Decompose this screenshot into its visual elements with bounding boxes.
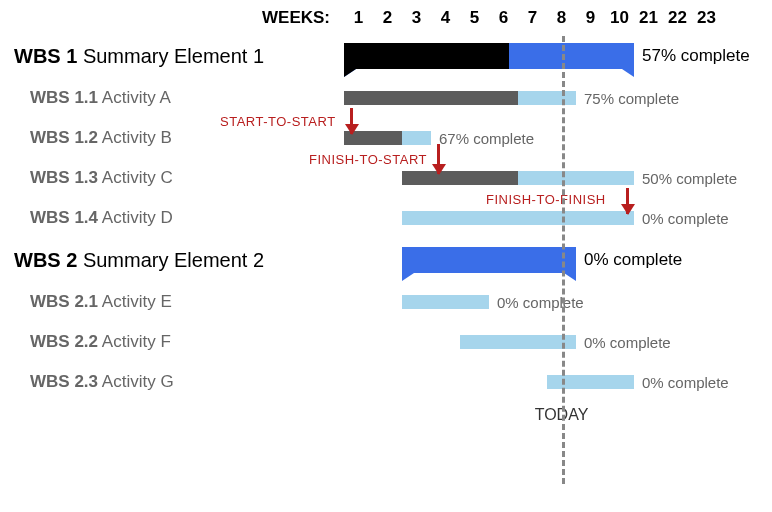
progress-label: 0% complete [497,294,584,311]
week-tick: 5 [460,8,489,28]
activity-bar [402,295,489,309]
week-tick: 6 [489,8,518,28]
row-name: Activity B [98,128,172,147]
row-label: WBS 1.1 Activity A [14,88,344,108]
week-ticks: 12345678910212223 [344,8,721,28]
row-name: Summary Element 2 [77,249,264,271]
week-tick: 1 [344,8,373,28]
progress-label: 57% complete [642,46,750,66]
row-name: Activity C [98,168,173,187]
activity-bar [460,335,576,349]
weeks-label: WEEKS: [14,8,344,28]
week-tick: 21 [634,8,663,28]
row-label: WBS 1.3 Activity C [14,168,344,188]
summary-bar [402,247,576,273]
week-tick: 23 [692,8,721,28]
progress-fill [344,43,509,69]
wbs-code: WBS 2 [14,249,77,271]
wbs-code: WBS 2.2 [30,332,98,351]
weeks-header: WEEKS: 12345678910212223 [14,8,758,28]
wbs-code: WBS 2.1 [30,292,98,311]
row-label: WBS 2 Summary Element 2 [14,249,344,272]
row-name: Activity G [98,372,174,391]
week-tick: 2 [373,8,402,28]
week-tick: 9 [576,8,605,28]
activity-row: WBS 1.1 Activity A75% complete [14,78,758,118]
activity-row: WBS 1.4 Activity D0% complete [14,198,758,238]
progress-label: 50% complete [642,170,737,187]
dep-start-to-start-arrow-icon [350,108,353,134]
wbs-code: WBS 1.2 [30,128,98,147]
dep-start-to-start-label: START-TO-START [220,114,336,129]
activity-bar [344,91,576,105]
dep-finish-to-finish-label: FINISH-TO-FINISH [486,192,606,207]
wbs-code: WBS 1 [14,45,77,67]
activity-row: WBS 2.2 Activity F0% complete [14,322,758,362]
wbs-code: WBS 1.4 [30,208,98,227]
activity-row: WBS 2.3 Activity G0% complete [14,362,758,402]
progress-label: 0% complete [642,210,729,227]
row-name: Activity F [98,332,171,351]
activity-bar [547,375,634,389]
progress-label: 0% complete [584,250,682,270]
summary-row: WBS 2 Summary Element 20% complete [14,238,758,282]
wbs-code: WBS 1.3 [30,168,98,187]
row-name: Activity A [98,88,171,107]
wbs-code: WBS 1.1 [30,88,98,107]
row-name: Summary Element 1 [77,45,264,67]
week-tick: 8 [547,8,576,28]
progress-fill [402,171,518,185]
dep-finish-to-finish-arrow-icon [626,188,629,214]
gantt-rows: WBS 1 Summary Element 157% completeWBS 1… [14,34,758,402]
progress-label: 0% complete [584,334,671,351]
week-tick: 7 [518,8,547,28]
progress-label: 0% complete [642,374,729,391]
progress-fill [344,91,518,105]
wbs-code: WBS 2.3 [30,372,98,391]
week-tick: 4 [431,8,460,28]
row-label: WBS 2.2 Activity F [14,332,344,352]
row-name: Activity D [98,208,173,227]
dep-finish-to-start-label: FINISH-TO-START [309,152,427,167]
week-tick: 22 [663,8,692,28]
activity-bar [402,211,634,225]
summary-row: WBS 1 Summary Element 157% complete [14,34,758,78]
row-name: Activity E [98,292,172,311]
row-label: WBS 1.4 Activity D [14,208,344,228]
row-label: WBS 2.1 Activity E [14,292,344,312]
dep-finish-to-start-arrow-icon [437,144,440,174]
today-line [562,36,565,484]
summary-bar [344,43,634,69]
row-label: WBS 1 Summary Element 1 [14,45,344,68]
row-label: WBS 1.2 Activity B [14,128,344,148]
week-tick: 10 [605,8,634,28]
progress-label: 75% complete [584,90,679,107]
row-label: WBS 2.3 Activity G [14,372,344,392]
activity-row: WBS 2.1 Activity E0% complete [14,282,758,322]
week-tick: 3 [402,8,431,28]
progress-label: 67% complete [439,130,534,147]
